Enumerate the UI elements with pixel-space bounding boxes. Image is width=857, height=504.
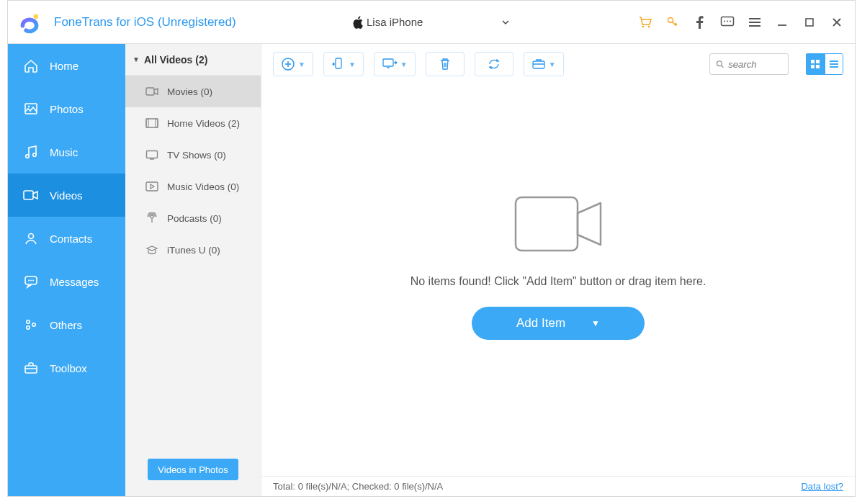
feedback-icon[interactable]	[719, 14, 735, 30]
sidebar-item-label: Music	[50, 146, 78, 158]
sidebar-item-toolbox[interactable]: Toolbox	[8, 346, 125, 390]
category-header-label: All Videos (2)	[144, 54, 207, 66]
svg-point-5	[724, 20, 725, 22]
add-button[interactable]: ▼	[273, 52, 313, 76]
sidebar-item-label: Contacts	[50, 233, 92, 245]
to-pc-icon	[382, 58, 398, 71]
titlebar: FoneTrans for iOS (Unregistered) Lisa iP…	[8, 1, 855, 44]
category-item-podcasts[interactable]: Podcasts (0)	[125, 202, 261, 234]
tv-icon	[145, 148, 158, 161]
search-input[interactable]	[728, 59, 782, 70]
list-view-button[interactable]	[825, 53, 843, 75]
search-icon	[716, 59, 724, 69]
sidebar: Home Photos Music Videos Contacts Messag…	[8, 44, 125, 496]
svg-point-29	[151, 215, 153, 218]
svg-point-18	[32, 280, 34, 282]
svg-rect-26	[156, 119, 158, 127]
itunesu-icon	[145, 243, 158, 256]
facebook-icon[interactable]	[692, 14, 708, 30]
sidebar-item-label: Toolbox	[50, 362, 87, 374]
others-icon	[22, 316, 40, 333]
key-icon[interactable]	[665, 14, 681, 30]
svg-point-12	[33, 153, 37, 157]
sidebar-item-label: Videos	[50, 189, 83, 202]
category-item-itunes-u[interactable]: iTunes U (0)	[125, 234, 261, 266]
minimize-button[interactable]	[774, 14, 790, 30]
app-title: FoneTrans for iOS (Unregistered)	[54, 15, 236, 30]
video-empty-icon	[511, 192, 605, 256]
add-item-button[interactable]: Add Item ▼	[472, 307, 645, 340]
sidebar-item-label: Others	[50, 319, 82, 331]
device-selector[interactable]: Lisa iPhone	[345, 9, 518, 35]
grid-view-button[interactable]	[806, 53, 825, 75]
to-device-icon	[331, 57, 346, 71]
videos-in-photos-button[interactable]: Videos in Photos	[148, 459, 238, 480]
svg-point-16	[28, 280, 30, 282]
svg-point-21	[27, 326, 30, 329]
delete-button[interactable]	[426, 52, 465, 76]
sidebar-item-videos[interactable]: Videos	[8, 174, 125, 217]
export-to-pc-button[interactable]: ▼	[374, 52, 416, 76]
podcast-icon	[145, 212, 158, 225]
sidebar-item-music[interactable]: Music	[8, 130, 125, 174]
maximize-button[interactable]	[802, 14, 817, 30]
svg-rect-28	[146, 182, 158, 191]
refresh-icon	[487, 58, 501, 71]
category-header[interactable]: ▼ All Videos (2)	[125, 44, 261, 76]
category-item-label: TV Shows (0)	[167, 150, 226, 161]
svg-point-2	[648, 25, 650, 27]
list-icon	[829, 59, 839, 69]
menu-icon[interactable]	[747, 14, 763, 30]
svg-point-11	[26, 155, 30, 158]
close-button[interactable]	[829, 14, 845, 30]
chevron-down-icon: ▼	[298, 60, 305, 68]
sidebar-item-messages[interactable]: Messages	[8, 260, 125, 303]
svg-point-17	[30, 280, 32, 282]
category-item-label: iTunes U (0)	[167, 245, 220, 256]
music-icon	[22, 143, 40, 161]
add-item-label: Add Item	[516, 316, 565, 330]
chevron-down-icon: ▼	[549, 60, 556, 68]
sidebar-item-home[interactable]: Home	[8, 44, 125, 87]
svg-rect-8	[806, 19, 813, 26]
category-item-tv-shows[interactable]: TV Shows (0)	[125, 139, 261, 171]
toolbox-dropdown-button[interactable]: ▼	[524, 52, 564, 76]
sidebar-item-photos[interactable]: Photos	[8, 87, 125, 130]
svg-point-19	[27, 320, 30, 323]
view-toggle	[806, 53, 843, 75]
sidebar-item-label: Messages	[50, 276, 99, 288]
status-text: Total: 0 file(s)/N/A; Checked: 0 file(s)…	[273, 481, 443, 492]
videos-icon	[22, 186, 40, 204]
main-panel: ▼ ▼ ▼ ▼	[261, 44, 855, 496]
sidebar-item-contacts[interactable]: Contacts	[8, 217, 125, 260]
music-video-icon	[145, 180, 158, 193]
search-box[interactable]	[709, 53, 789, 75]
svg-rect-23	[146, 88, 154, 95]
messages-icon	[22, 273, 40, 290]
chevron-down-icon: ▼	[400, 60, 408, 68]
svg-point-6	[727, 20, 728, 22]
plus-circle-icon	[281, 57, 295, 71]
sidebar-item-label: Home	[50, 60, 78, 72]
export-to-device-button[interactable]: ▼	[323, 52, 364, 76]
sidebar-item-label: Photos	[50, 103, 84, 115]
category-item-movies[interactable]: Movies (0)	[125, 76, 261, 107]
category-item-home-videos[interactable]: Home Videos (2)	[125, 107, 261, 139]
home-icon	[22, 57, 40, 74]
svg-rect-24	[146, 119, 158, 127]
svg-rect-31	[336, 58, 341, 68]
category-item-music-videos[interactable]: Music Videos (0)	[125, 171, 261, 202]
data-lost-link[interactable]: Data lost?	[801, 481, 843, 492]
svg-rect-37	[811, 65, 815, 68]
cart-icon[interactable]	[637, 14, 653, 30]
svg-rect-13	[24, 191, 33, 199]
refresh-button[interactable]	[475, 52, 513, 76]
app-logo-icon	[18, 11, 41, 34]
svg-rect-33	[533, 61, 544, 68]
svg-point-0	[34, 14, 38, 18]
sidebar-item-others[interactable]: Others	[8, 303, 125, 346]
grid-icon	[810, 59, 820, 69]
svg-rect-25	[146, 119, 148, 127]
empty-message: No items found! Click "Add Item" button …	[410, 275, 706, 288]
category-item-label: Podcasts (0)	[167, 213, 222, 224]
